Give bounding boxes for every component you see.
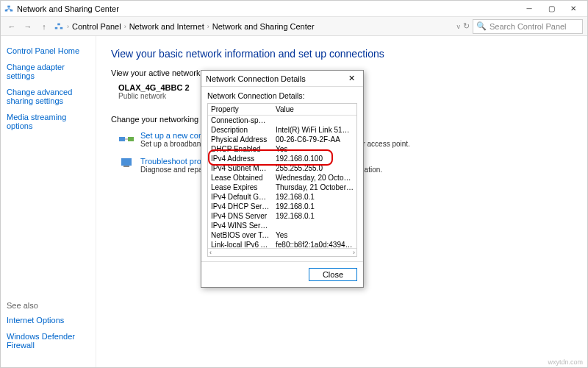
bc-network-internet[interactable]: Network and Internet (129, 22, 204, 31)
details-grid: Property Value Connection-specific DN...… (207, 103, 357, 257)
value-cell: 255.255.255.0 (273, 163, 356, 173)
value-cell: 192.168.0.100 (273, 154, 356, 163)
details-row[interactable]: Lease ExpiresThursday, 21 October 2021 1… (208, 183, 356, 192)
sidebar-seealso-label: See also (7, 301, 90, 310)
sidebar: Control Panel Home Change adapter settin… (1, 36, 96, 367)
property-cell: Physical Address (208, 135, 273, 144)
scroll-left[interactable]: ‹ (209, 249, 212, 256)
property-cell: NetBIOS over Tcpip En... (208, 230, 273, 240)
toolbar: ← → ↑ › Control Panel › Network and Inte… (1, 17, 587, 36)
value-cell: Yes (273, 144, 356, 154)
details-row[interactable]: IPv4 WINS Server (208, 221, 356, 230)
close-button[interactable]: ✕ (562, 1, 584, 16)
dialog-title: Network Connection Details (206, 74, 344, 83)
value-cell: fe80::b8f2:1a0d:4394:56aa%5 (273, 240, 356, 248)
details-row[interactable]: Link-local IPv6 Addressfe80::b8f2:1a0d:4… (208, 240, 356, 248)
minimize-button[interactable]: ─ (518, 1, 540, 16)
sidebar-media[interactable]: Media streaming options (7, 113, 90, 130)
value-cell: 192.168.0.1 (273, 202, 356, 211)
property-cell: Connection-specific DN... (208, 116, 273, 125)
svg-rect-6 (55, 26, 58, 29)
up-button[interactable]: ↑ (37, 20, 51, 33)
page-heading: View your basic network information and … (111, 48, 573, 60)
property-cell: Link-local IPv6 Address (208, 240, 273, 248)
value-cell: Thursday, 21 October 2021 11:25:34 am (273, 183, 356, 192)
value-cell: 192.168.0.1 (273, 211, 356, 221)
sidebar-internet-options[interactable]: Internet Options (7, 316, 90, 325)
property-cell: Lease Obtained (208, 173, 273, 183)
setup-connection-icon (118, 131, 135, 144)
refresh-icon[interactable]: ↻ (463, 21, 470, 31)
main-window: Network and Sharing Center ─ ▢ ✕ ← → ↑ ›… (0, 0, 588, 368)
value-cell (273, 116, 356, 125)
col-property[interactable]: Property (208, 104, 273, 115)
svg-line-4 (7, 9, 10, 10)
sidebar-firewall[interactable]: Windows Defender Firewall (7, 332, 90, 350)
forward-button[interactable]: → (21, 20, 35, 33)
property-cell: IPv4 DHCP Server (208, 202, 273, 211)
svg-rect-2 (7, 5, 10, 7)
details-row[interactable]: IPv4 DHCP Server192.168.0.1 (208, 202, 356, 211)
dialog-label: Network Connection Details: (207, 91, 357, 100)
value-cell (273, 221, 356, 230)
details-row[interactable]: DescriptionIntel(R) WiFi Link 5100 AGN (208, 125, 356, 135)
svg-rect-11 (121, 158, 132, 166)
value-cell: 192.168.0.1 (273, 192, 356, 202)
details-row[interactable]: IPv4 Address192.168.0.100 (208, 154, 356, 163)
property-cell: IPv4 Subnet Mask (208, 163, 273, 173)
svg-rect-1 (10, 9, 13, 11)
search-icon: 🔍 (476, 21, 487, 31)
network-icon (54, 21, 64, 32)
dropdown-icon[interactable]: v (457, 23, 461, 30)
titlebar: Network and Sharing Center ─ ▢ ✕ (1, 1, 587, 17)
value-cell: 00-26-C6-79-2F-AA (273, 135, 356, 144)
breadcrumb[interactable]: › Control Panel › Network and Internet ›… (54, 21, 454, 32)
details-row[interactable]: Physical Address00-26-C6-79-2F-AA (208, 135, 356, 144)
details-row[interactable]: NetBIOS over Tcpip En...Yes (208, 230, 356, 240)
troubleshoot-icon (118, 157, 135, 170)
bc-control-panel[interactable]: Control Panel (72, 22, 121, 31)
svg-line-5 (9, 9, 12, 10)
sidebar-home[interactable]: Control Panel Home (7, 46, 90, 55)
sidebar-adapter[interactable]: Change adapter settings (7, 63, 90, 80)
value-cell: Wednesday, 20 October 2021 11:11:33 a (273, 173, 356, 183)
col-value[interactable]: Value (273, 104, 356, 115)
svg-rect-0 (5, 9, 8, 11)
connection-details-dialog: Network Connection Details ✕ Network Con… (201, 70, 364, 288)
details-row[interactable]: Connection-specific DN... (208, 116, 356, 125)
search-input[interactable]: 🔍 Search Control Panel (473, 19, 583, 34)
property-cell: DHCP Enabled (208, 144, 273, 154)
details-row[interactable]: IPv4 DNS Server192.168.0.1 (208, 211, 356, 221)
property-cell: IPv4 WINS Server (208, 221, 273, 230)
dialog-close-button[interactable]: ✕ (344, 74, 359, 83)
svg-rect-10 (128, 137, 134, 141)
scroll-right[interactable]: › (353, 249, 355, 256)
property-cell: Lease Expires (208, 183, 273, 192)
property-cell: Description (208, 125, 273, 135)
property-cell: IPv4 DNS Server (208, 211, 273, 221)
svg-rect-8 (57, 23, 60, 25)
sidebar-advanced[interactable]: Change advanced sharing settings (7, 88, 90, 105)
svg-rect-9 (119, 137, 125, 141)
details-row[interactable]: Lease ObtainedWednesday, 20 October 2021… (208, 173, 356, 183)
bc-sharing-center[interactable]: Network and Sharing Center (212, 22, 315, 31)
maximize-button[interactable]: ▢ (540, 1, 562, 16)
value-cell: Intel(R) WiFi Link 5100 AGN (273, 125, 356, 135)
search-placeholder: Search Control Panel (490, 22, 567, 31)
property-cell: IPv4 Default Gateway (208, 192, 273, 202)
watermark: wxytdn.com (548, 358, 583, 366)
details-row[interactable]: IPv4 Default Gateway192.168.0.1 (208, 192, 356, 202)
details-row[interactable]: IPv4 Subnet Mask255.255.255.0 (208, 163, 356, 173)
svg-rect-7 (60, 26, 63, 29)
back-button[interactable]: ← (5, 20, 18, 33)
svg-rect-12 (123, 166, 129, 167)
dialog-close-ok-button[interactable]: Close (309, 268, 357, 281)
details-row[interactable]: DHCP EnabledYes (208, 144, 356, 154)
property-cell: IPv4 Address (208, 154, 273, 163)
window-title: Network and Sharing Center (17, 4, 518, 13)
value-cell: Yes (273, 230, 356, 240)
network-icon (4, 4, 14, 14)
